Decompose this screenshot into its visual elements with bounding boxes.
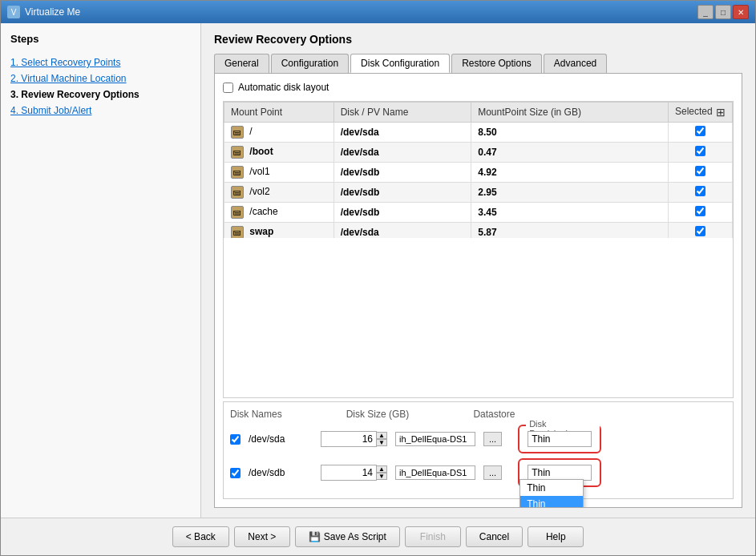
row-checkbox-5[interactable]: [695, 226, 705, 236]
provision-select-sdb[interactable]: Thin Thick: [528, 465, 592, 481]
row-checkbox-3[interactable]: [695, 186, 705, 196]
disk-pv-cell: /dev/sda: [334, 143, 471, 163]
disk-sda-datastore[interactable]: [395, 432, 475, 446]
disk-pv-cell: /dev/sdb: [334, 183, 471, 203]
title-bar: V Virtualize Me _ □ ✕: [1, 1, 755, 23]
app-icon: V: [7, 6, 20, 18]
col-mp-size: MountPoint Size (in GB): [471, 103, 669, 123]
dropdown-option-thin1[interactable]: Thin: [520, 480, 583, 496]
col-disk-names: Disk Names: [230, 409, 282, 420]
sidebar-title: Steps: [10, 33, 191, 45]
mount-point-cell: 🖴 /: [224, 123, 334, 143]
step-3: 3. Review Recovery Options: [10, 87, 191, 103]
mp-size-cell: 5.87: [471, 223, 669, 239]
col-datastore: Datastore: [473, 409, 515, 420]
row-checkbox-1[interactable]: [695, 146, 705, 156]
table-row: 🖴 /boot /dev/sda 0.47: [224, 143, 733, 163]
disk-sdb-spin-up[interactable]: ▲: [376, 465, 387, 473]
provision-select-sda[interactable]: Thin Thick: [528, 431, 592, 447]
row-checkbox-0[interactable]: [695, 126, 705, 136]
disk-icon: 🖴: [231, 126, 244, 139]
auto-disk-layout-checkbox[interactable]: [223, 83, 233, 93]
disk-sda-size-input[interactable]: [321, 431, 377, 447]
mount-point-label: swap: [249, 226, 273, 237]
provision-dropdown-container: Thin Thick Thin Thin Thick: [510, 458, 601, 487]
steps-list: 1. Select Recovery Points 2. Virtual Mac…: [10, 54, 191, 119]
mount-point-cell: 🖴 /vol1: [224, 163, 334, 183]
disk-sdb-datastore[interactable]: [395, 465, 475, 480]
disk-sda-spin-down[interactable]: ▼: [376, 439, 387, 446]
tab-configuration[interactable]: Configuration: [271, 54, 349, 73]
row-checkbox-4[interactable]: [695, 206, 705, 216]
maximize-button[interactable]: □: [715, 5, 731, 19]
mount-point-label: /boot: [249, 146, 273, 157]
next-button[interactable]: Next >: [234, 526, 290, 547]
mount-point-cell: 🖴 /boot: [224, 143, 334, 163]
disk-sda-spin-up[interactable]: ▲: [376, 432, 387, 439]
tab-general[interactable]: General: [214, 54, 269, 73]
step-2[interactable]: 2. Virtual Machine Location: [10, 71, 191, 87]
disk-sdb-size-input[interactable]: [321, 465, 377, 481]
table-row: 🖴 /cache /dev/sdb 3.45: [224, 203, 733, 223]
minimize-button[interactable]: _: [697, 5, 714, 19]
mount-point-label: /vol1: [249, 166, 269, 177]
section-title: Review Recovery Options: [214, 33, 742, 46]
disk-icon: 🖴: [231, 226, 244, 238]
collapse-icon[interactable]: ⊞: [716, 106, 726, 119]
disk-config-panel: Automatic disk layout Mount Point: [214, 73, 742, 508]
disk-sda-checkbox[interactable]: [230, 434, 241, 445]
dropdown-option-thin2[interactable]: Thin: [520, 496, 583, 508]
disk-sdb-checkbox[interactable]: [230, 468, 241, 478]
disk-sda-size-wrapper: ▲ ▼: [321, 431, 387, 447]
close-button[interactable]: ✕: [733, 5, 749, 19]
tabs: General Configuration Disk Configuration…: [214, 54, 742, 73]
selected-cell: [669, 203, 733, 223]
disk-icon: 🖴: [231, 186, 244, 199]
disk-table-container: Mount Point Disk / PV Name MountPoint Si…: [223, 101, 734, 398]
disk-row-sdb: /dev/sdb ▲ ▼ ...: [230, 458, 726, 487]
disk-sdb-name: /dev/sdb: [249, 467, 313, 478]
selected-cell: [669, 223, 733, 239]
col-mount-point: Mount Point: [224, 103, 334, 123]
disk-table: Mount Point Disk / PV Name MountPoint Si…: [224, 102, 733, 238]
save-icon: 💾: [309, 531, 321, 542]
mount-point-label: /: [249, 126, 252, 137]
finish-button[interactable]: Finish: [405, 526, 461, 547]
help-button[interactable]: Help: [528, 526, 584, 547]
mp-size-cell: 8.50: [471, 123, 669, 143]
bottom-section: Disk Names Disk Size (GB) Datastore /dev…: [223, 401, 734, 499]
mp-size-cell: 4.92: [471, 163, 669, 183]
disk-icon: 🖴: [231, 166, 244, 179]
tab-restore-options[interactable]: Restore Options: [451, 54, 542, 73]
main-area: Review Recovery Options General Configur…: [201, 23, 755, 518]
row-checkbox-2[interactable]: [695, 166, 705, 176]
disk-pv-cell: /dev/sdb: [334, 163, 471, 183]
back-button[interactable]: < Back: [172, 526, 229, 547]
window-title: Virtualize Me: [25, 6, 80, 18]
mount-point-cell: 🖴 /cache: [224, 203, 334, 223]
auto-disk-layout-label: Automatic disk layout: [238, 82, 329, 93]
disk-pv-cell: /dev/sda: [334, 223, 471, 239]
provisioning-group: Disk Provisioning Thin Thick: [518, 425, 601, 453]
disk-icon: 🖴: [231, 206, 244, 219]
mount-point-label: /vol2: [249, 186, 269, 197]
table-row: 🖴 /vol1 /dev/sdb 4.92: [224, 163, 733, 183]
step-4[interactable]: 4. Submit Job/Alert: [10, 103, 191, 119]
disk-sdb-browse-btn[interactable]: ...: [483, 465, 502, 480]
tab-advanced[interactable]: Advanced: [544, 54, 607, 73]
selected-cell: [669, 143, 733, 163]
bottom-header: Disk Names Disk Size (GB) Datastore: [230, 409, 726, 420]
tab-disk-configuration[interactable]: Disk Configuration: [350, 54, 450, 73]
table-row: 🖴 / /dev/sda 8.50: [224, 123, 733, 143]
save-as-script-button[interactable]: 💾 Save As Script: [295, 526, 400, 547]
mount-point-cell: 🖴 swap: [224, 223, 334, 239]
save-script-label: Save As Script: [324, 531, 386, 542]
step-1[interactable]: 1. Select Recovery Points: [10, 54, 191, 71]
disk-sdb-spin-down[interactable]: ▼: [376, 473, 387, 480]
disk-row-sda: /dev/sda ▲ ▼ ... Disk Provision: [230, 425, 726, 453]
disk-sda-browse-btn[interactable]: ...: [483, 432, 502, 446]
title-bar-buttons: _ □ ✕: [697, 5, 749, 19]
disk-table-scroll[interactable]: Mount Point Disk / PV Name MountPoint Si…: [224, 102, 733, 238]
footer: < Back Next > 💾 Save As Script Finish Ca…: [1, 518, 755, 555]
cancel-button[interactable]: Cancel: [466, 526, 523, 547]
